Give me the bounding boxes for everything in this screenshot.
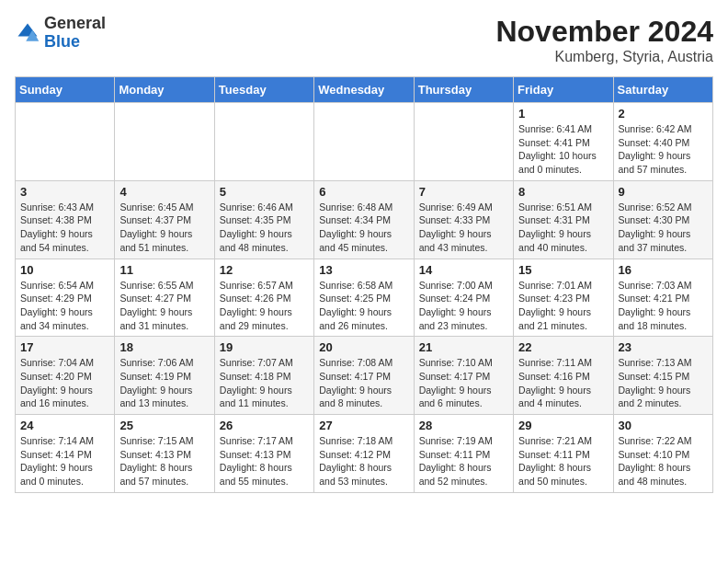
day-info: Sunrise: 6:51 AM Sunset: 4:31 PM Dayligh… [518,201,608,255]
day-info: Sunrise: 7:22 AM Sunset: 4:10 PM Dayligh… [619,434,708,488]
location-subtitle: Kumberg, Styria, Austria [495,49,713,65]
day-info: Sunrise: 6:55 AM Sunset: 4:27 PM Dayligh… [119,279,209,333]
calendar-cell: 15Sunrise: 7:01 AM Sunset: 4:23 PM Dayli… [514,259,613,337]
day-number: 27 [319,419,408,432]
day-number: 25 [119,419,209,432]
day-info: Sunrise: 7:10 AM Sunset: 4:17 PM Dayligh… [419,356,508,410]
calendar-cell: 30Sunrise: 7:22 AM Sunset: 4:10 PM Dayli… [613,415,712,493]
day-info: Sunrise: 6:54 AM Sunset: 4:29 PM Dayligh… [20,279,109,333]
day-info: Sunrise: 6:48 AM Sunset: 4:34 PM Dayligh… [319,201,408,255]
day-number: 14 [419,263,508,277]
calendar-cell: 4Sunrise: 6:45 AM Sunset: 4:37 PM Daylig… [115,180,214,259]
day-info: Sunrise: 7:15 AM Sunset: 4:13 PM Dayligh… [119,434,209,488]
day-info: Sunrise: 7:21 AM Sunset: 4:11 PM Dayligh… [518,434,608,488]
calendar-week-row: 24Sunrise: 7:14 AM Sunset: 4:14 PM Dayli… [16,415,713,493]
calendar-table: SundayMondayTuesdayWednesdayThursdayFrid… [15,76,713,493]
day-number: 12 [220,263,309,277]
calendar-cell: 22Sunrise: 7:11 AM Sunset: 4:16 PM Dayli… [514,337,613,415]
logo-blue-text: Blue [44,32,80,51]
calendar-cell: 17Sunrise: 7:04 AM Sunset: 4:20 PM Dayli… [16,337,115,415]
day-info: Sunrise: 6:41 AM Sunset: 4:41 PM Dayligh… [518,122,608,177]
calendar-header-row: SundayMondayTuesdayWednesdayThursdayFrid… [16,77,713,103]
day-number: 6 [319,185,408,199]
calendar-cell: 10Sunrise: 6:54 AM Sunset: 4:29 PM Dayli… [16,259,115,337]
day-info: Sunrise: 7:17 AM Sunset: 4:13 PM Dayligh… [220,434,309,488]
column-header-tuesday: Tuesday [214,77,313,103]
calendar-cell: 12Sunrise: 6:57 AM Sunset: 4:26 PM Dayli… [214,259,313,337]
calendar-cell: 5Sunrise: 6:46 AM Sunset: 4:35 PM Daylig… [214,180,313,259]
day-info: Sunrise: 6:46 AM Sunset: 4:35 PM Dayligh… [220,201,309,255]
day-number: 26 [220,419,309,432]
calendar-cell: 11Sunrise: 6:55 AM Sunset: 4:27 PM Dayli… [115,259,214,337]
calendar-cell: 16Sunrise: 7:03 AM Sunset: 4:21 PM Dayli… [613,259,712,337]
day-number: 5 [220,185,309,199]
day-info: Sunrise: 6:52 AM Sunset: 4:30 PM Dayligh… [619,201,708,255]
day-info: Sunrise: 7:06 AM Sunset: 4:19 PM Dayligh… [119,356,209,410]
day-info: Sunrise: 6:42 AM Sunset: 4:40 PM Dayligh… [619,122,708,177]
day-number: 19 [220,340,309,354]
column-header-thursday: Thursday [414,77,513,103]
day-number: 8 [518,185,608,199]
day-info: Sunrise: 7:14 AM Sunset: 4:14 PM Dayligh… [20,434,109,488]
calendar-cell: 7Sunrise: 6:49 AM Sunset: 4:33 PM Daylig… [414,180,513,259]
day-info: Sunrise: 7:13 AM Sunset: 4:15 PM Dayligh… [619,356,708,410]
calendar-cell: 29Sunrise: 7:21 AM Sunset: 4:11 PM Dayli… [514,415,613,493]
day-info: Sunrise: 6:58 AM Sunset: 4:25 PM Dayligh… [319,279,408,333]
day-info: Sunrise: 7:00 AM Sunset: 4:24 PM Dayligh… [419,279,508,333]
calendar-week-row: 10Sunrise: 6:54 AM Sunset: 4:29 PM Dayli… [16,259,713,337]
month-title: November 2024 [495,15,713,49]
day-number: 16 [619,263,708,277]
calendar-cell [414,103,513,181]
logo-icon [15,20,40,46]
day-info: Sunrise: 6:49 AM Sunset: 4:33 PM Dayligh… [419,201,508,255]
calendar-cell: 18Sunrise: 7:06 AM Sunset: 4:19 PM Dayli… [115,337,214,415]
day-number: 22 [518,340,608,354]
calendar-cell: 24Sunrise: 7:14 AM Sunset: 4:14 PM Dayli… [16,415,115,493]
day-number: 3 [20,185,109,199]
day-info: Sunrise: 6:43 AM Sunset: 4:38 PM Dayligh… [20,201,109,255]
calendar-week-row: 17Sunrise: 7:04 AM Sunset: 4:20 PM Dayli… [16,337,713,415]
day-number: 23 [619,340,708,354]
day-number: 29 [518,419,608,432]
day-number: 21 [419,340,508,354]
calendar-cell: 8Sunrise: 6:51 AM Sunset: 4:31 PM Daylig… [514,180,613,259]
calendar-cell: 28Sunrise: 7:19 AM Sunset: 4:11 PM Dayli… [414,415,513,493]
title-block: November 2024 Kumberg, Styria, Austria [495,15,713,65]
calendar-cell [16,103,115,181]
day-info: Sunrise: 6:57 AM Sunset: 4:26 PM Dayligh… [220,279,309,333]
day-info: Sunrise: 7:18 AM Sunset: 4:12 PM Dayligh… [319,434,408,488]
calendar-cell: 14Sunrise: 7:00 AM Sunset: 4:24 PM Dayli… [414,259,513,337]
day-number: 1 [518,107,608,121]
calendar-cell: 2Sunrise: 6:42 AM Sunset: 4:40 PM Daylig… [613,103,712,181]
calendar-cell: 19Sunrise: 7:07 AM Sunset: 4:18 PM Dayli… [214,337,313,415]
day-info: Sunrise: 6:45 AM Sunset: 4:37 PM Dayligh… [119,201,209,255]
calendar-cell: 23Sunrise: 7:13 AM Sunset: 4:15 PM Dayli… [613,337,712,415]
column-header-saturday: Saturday [613,77,712,103]
day-number: 28 [419,419,508,432]
column-header-sunday: Sunday [16,77,115,103]
day-info: Sunrise: 7:11 AM Sunset: 4:16 PM Dayligh… [518,356,608,410]
day-number: 18 [119,340,209,354]
calendar-cell: 21Sunrise: 7:10 AM Sunset: 4:17 PM Dayli… [414,337,513,415]
column-header-wednesday: Wednesday [314,77,414,103]
day-number: 17 [20,340,109,354]
calendar-cell: 9Sunrise: 6:52 AM Sunset: 4:30 PM Daylig… [613,180,712,259]
calendar-cell: 6Sunrise: 6:48 AM Sunset: 4:34 PM Daylig… [314,180,414,259]
calendar-week-row: 1Sunrise: 6:41 AM Sunset: 4:41 PM Daylig… [16,103,713,181]
day-info: Sunrise: 7:01 AM Sunset: 4:23 PM Dayligh… [518,279,608,333]
day-number: 30 [619,419,708,432]
header: General Blue November 2024 Kumberg, Styr… [15,15,713,65]
calendar-cell [314,103,414,181]
day-number: 20 [319,340,408,354]
day-number: 2 [619,107,708,121]
calendar-cell: 26Sunrise: 7:17 AM Sunset: 4:13 PM Dayli… [214,415,313,493]
day-number: 7 [419,185,508,199]
calendar-cell: 27Sunrise: 7:18 AM Sunset: 4:12 PM Dayli… [314,415,414,493]
day-number: 24 [20,419,109,432]
logo-general-text: General [44,14,106,32]
day-number: 10 [20,263,109,277]
calendar-cell: 25Sunrise: 7:15 AM Sunset: 4:13 PM Dayli… [115,415,214,493]
column-header-friday: Friday [514,77,613,103]
calendar-week-row: 3Sunrise: 6:43 AM Sunset: 4:38 PM Daylig… [16,180,713,259]
calendar-cell: 3Sunrise: 6:43 AM Sunset: 4:38 PM Daylig… [16,180,115,259]
